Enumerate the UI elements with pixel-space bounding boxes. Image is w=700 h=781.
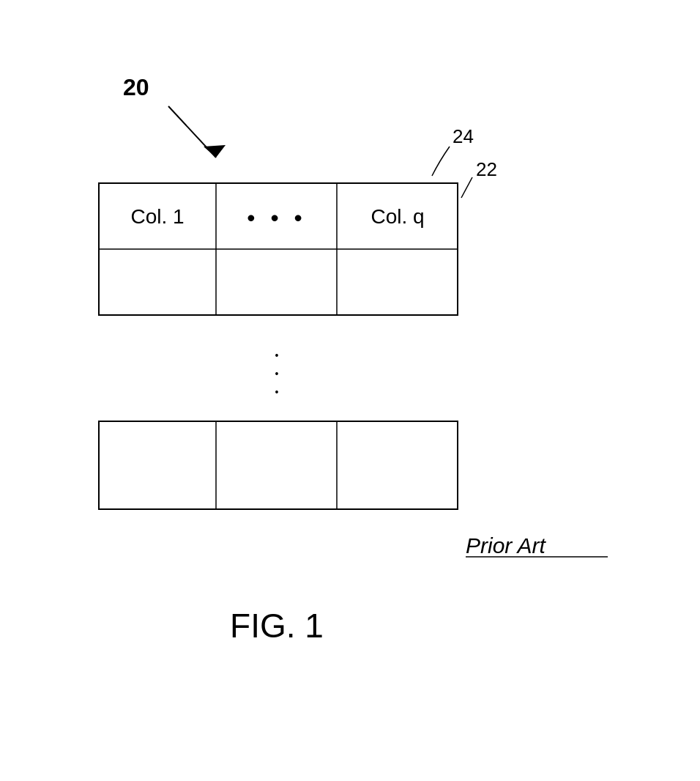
svg-marker-1: [204, 145, 226, 158]
ref-24-label: 24: [453, 125, 474, 147]
prior-art-label: Prior Art: [466, 533, 547, 558]
vertical-dots-3: •: [275, 386, 279, 398]
col1-label: Col. 1: [130, 205, 184, 228]
colq-label: Col. q: [371, 205, 424, 228]
ref-22-label: 22: [476, 158, 497, 180]
vertical-dots-2: •: [275, 368, 279, 380]
ellipsis-label: • • •: [247, 204, 306, 231]
vertical-dots: •: [275, 349, 279, 361]
diagram-container: 20 24 22 Col. 1 • • • Col. q • • •: [0, 0, 700, 781]
svg-rect-6: [99, 421, 458, 509]
figure-caption: FIG. 1: [230, 607, 324, 645]
ref-20-label: 20: [123, 74, 149, 100]
